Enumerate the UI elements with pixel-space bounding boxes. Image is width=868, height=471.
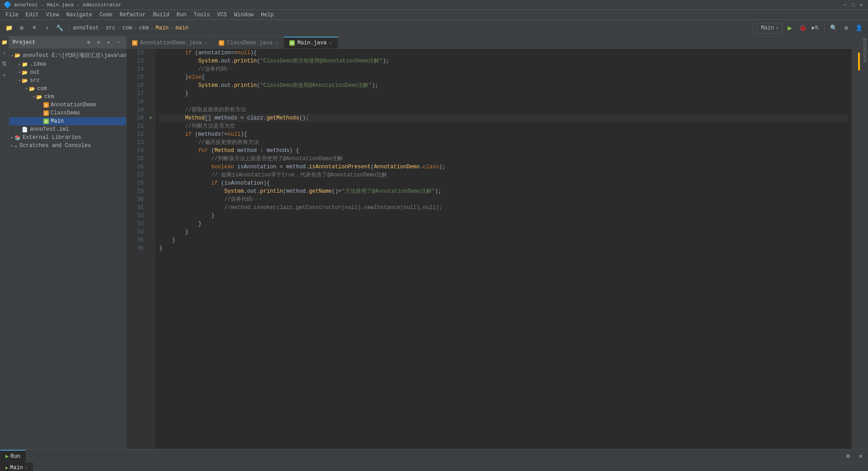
toolbar-btn1[interactable]: ⚡	[42, 23, 52, 33]
bottom-panel: ▶ Run ⚙ ✕ ▶ Main ✕ ▶ ■ ↑ ↓ ↩ 🖨 🗑 D:\jdk	[0, 449, 868, 471]
tree-item-scratches[interactable]: ▸ ✏ Scratches and Consoles	[9, 142, 126, 150]
project-layout-btn[interactable]: ≡	[94, 38, 103, 47]
tree-item-idea[interactable]: ▸ 📁 .idea	[9, 60, 126, 68]
left-sidebar-icons: 📁 ⬆ 🏗 ★	[0, 36, 9, 449]
tab-annotationdemo[interactable]: A AnnotationDemo.java ✕	[127, 37, 213, 48]
bottom-tabs: ▶ Run ⚙ ✕	[0, 450, 868, 462]
chevron-down-icon: ▾	[776, 25, 778, 31]
favorites-icon[interactable]: ★	[0, 71, 9, 79]
structure-side-label[interactable]: Structure	[862, 38, 867, 62]
menu-view[interactable]: View	[42, 11, 63, 19]
tree-item-out[interactable]: ▾ 📂 out	[9, 68, 126, 76]
project-icon[interactable]: 📁	[0, 38, 9, 46]
maximize-button[interactable]: □	[850, 2, 856, 8]
tree-item-annotationdemo[interactable]: ▸ A AnnotationDemo	[9, 101, 126, 109]
code-line-13: System.out.println("ClassDemo类没有使用@Annot…	[159, 57, 848, 65]
right-tool-panel: Structure	[861, 36, 868, 449]
code-line-30: //业务代码···	[159, 195, 848, 204]
commit-icon[interactable]: ⬆	[0, 49, 9, 57]
menu-run[interactable]: Run	[173, 11, 190, 19]
tab-close-main[interactable]: ✕	[330, 40, 332, 46]
tree-item-iml[interactable]: ▸ 📄 annoTest.iml	[9, 125, 126, 133]
menu-navigate[interactable]: Navigate	[62, 11, 96, 19]
iml-icon: 📄	[22, 127, 28, 133]
code-line-29: System.out.println(method.getName()+"方法使…	[159, 187, 848, 195]
main-layout: 📁 ⬆ 🏗 ★ Project ⚙ ≡ ✦ ─ ▾ 📂 annoTest E:\…	[0, 36, 868, 449]
tree-label-ckm: ckm	[44, 94, 54, 100]
menu-help[interactable]: Help	[257, 11, 278, 19]
tab-label-classdemo: ClassDemo.java	[227, 40, 273, 46]
list-view-button[interactable]: ≡	[29, 23, 40, 33]
menu-build[interactable]: Build	[149, 11, 173, 19]
run-main-icon: ▶	[5, 465, 8, 471]
run-main-close[interactable]: ✕	[25, 465, 28, 471]
tree-label-iml: annoTest.iml	[30, 126, 69, 133]
menu-tools[interactable]: Tools	[190, 11, 213, 19]
tree-label-main: Main	[51, 118, 64, 124]
toolbar-btn2[interactable]: 🔧	[54, 23, 65, 33]
project-tree: ▾ 📂 annoTest E:\[代码]项目汇总\java\annoTest ▸…	[9, 49, 126, 449]
tab-main[interactable]: M Main.java ✕	[284, 37, 338, 48]
tree-item-classdemo[interactable]: ▸ C ClassDemo	[9, 109, 126, 117]
editor-scrollbar[interactable]	[852, 49, 861, 449]
search-button[interactable]: 🔍	[828, 23, 839, 33]
code-line-17: }	[159, 90, 848, 98]
tab-classdemo[interactable]: C ClassDemo.java ✕	[213, 37, 284, 48]
project-expand-btn[interactable]: ─	[114, 38, 123, 47]
menu-file[interactable]: File	[2, 11, 22, 19]
run-button[interactable]: ▶	[784, 23, 795, 33]
menu-vcs[interactable]: VCS	[213, 11, 231, 19]
code-content[interactable]: if (annotation==null){ System.out.printl…	[156, 49, 852, 449]
project-gear-btn[interactable]: ✦	[104, 38, 113, 47]
minimize-button[interactable]: ─	[842, 2, 848, 8]
nav-ckm: ckm	[139, 25, 149, 31]
java-class-icon: A	[43, 102, 49, 108]
settings-button[interactable]: ⚙	[16, 23, 27, 33]
run-icon: ▶	[5, 453, 9, 460]
code-line-15: }else{	[159, 73, 848, 81]
menu-window[interactable]: Window	[231, 11, 257, 19]
tree-label-src: src	[30, 77, 40, 84]
tree-item-com[interactable]: ▾ 📂 com	[9, 85, 126, 93]
menu-refactor[interactable]: Refactor	[116, 11, 150, 19]
java-icon-annotationdemo: A	[132, 40, 137, 46]
tree-item-src[interactable]: ▾ 📂 src	[9, 76, 126, 85]
code-line-12: if (annotation==null){	[159, 49, 848, 57]
nav-sep1: ›	[101, 25, 104, 31]
coverage-button[interactable]: ▶%	[810, 23, 821, 33]
run-panel-close[interactable]: ✕	[855, 451, 866, 461]
tab-run[interactable]: ▶ Run	[0, 450, 26, 462]
tree-label-scratches: Scratches and Consoles	[19, 143, 91, 149]
nav-src: src	[106, 25, 116, 31]
tree-item-main[interactable]: ▸ M Main	[9, 117, 126, 125]
run-panel-settings[interactable]: ⚙	[843, 451, 854, 461]
structure-icon[interactable]: 🏗	[0, 60, 9, 68]
tab-close-classdemo[interactable]: ✕	[275, 40, 278, 46]
tab-close-annotationdemo[interactable]: ✕	[205, 40, 208, 46]
close-button[interactable]: ✕	[858, 2, 864, 8]
settings-btn2[interactable]: ⚙	[841, 23, 852, 33]
code-line-22: if (methods!=null){	[159, 130, 848, 138]
expand-arrow-out: ▾	[18, 70, 21, 75]
run-main-tab[interactable]: ▶ Main ✕	[0, 462, 33, 471]
tree-item-annotest[interactable]: ▾ 📂 annoTest E:\[代码]项目汇总\java\annoTest	[9, 51, 126, 60]
debug-button[interactable]: 🐞	[797, 23, 808, 33]
title-text: annoTest - Main.java - Administrator	[14, 2, 122, 8]
user-icon[interactable]: 👤	[854, 23, 864, 33]
titlebar-controls: ─ □ ✕	[842, 2, 864, 8]
tree-label-annotationdemo: AnnotationDemo	[51, 102, 96, 108]
run-config-dropdown[interactable]: Main ▾	[757, 23, 783, 33]
java-classdemo-icon: C	[43, 110, 49, 116]
line-numbers: 12 13 14 15 16 17 18 19 20 21 22 23 24 2…	[127, 49, 146, 449]
project-view-button[interactable]: 📁	[4, 23, 14, 33]
code-line-31: //method.invoke(clazz.getConstructor(nul…	[159, 204, 848, 212]
run-tab-label: Run	[10, 453, 20, 460]
menu-code[interactable]: Code	[96, 11, 116, 19]
editor-tabs: A AnnotationDemo.java ✕ C ClassDemo.java…	[127, 36, 861, 49]
tree-item-external-libs[interactable]: ▸ 📚 External Libraries	[9, 133, 126, 142]
tab-label-main: Main.java	[297, 40, 327, 46]
tree-item-ckm[interactable]: ▾ 📂 ckm	[9, 93, 126, 101]
project-settings-btn[interactable]: ⚙	[85, 38, 93, 47]
menu-edit[interactable]: Edit	[22, 11, 42, 19]
code-line-20: Method[] methods = clazz.getMethods();	[159, 114, 848, 122]
